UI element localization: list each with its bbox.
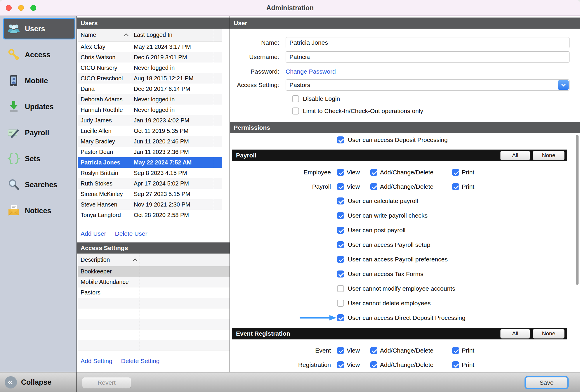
vertical-scrollbar[interactable] [576,135,579,285]
user-row[interactable]: Judy JamesJan 19 2023 4:02 PM [78,115,222,126]
password-label: Password: [230,68,286,75]
user-row[interactable]: Mary BradleyJun 11 2020 2:46 PM [78,136,222,147]
access-setting-empty-row[interactable] [78,340,230,351]
access-setting-empty-row[interactable] [78,329,230,340]
checkbox-user-can-access-tax-forms[interactable] [337,270,344,277]
name-input[interactable] [286,37,569,48]
checkbox-payroll-print[interactable] [452,183,459,190]
user-row[interactable]: Tonya LangfordOct 28 2020 2:58 PM [78,210,222,220]
access-setting-row[interactable]: Bookkeeper [78,266,230,277]
settings-column-description[interactable]: Description [78,254,140,266]
users-column-name[interactable]: Name [78,29,131,41]
sidebar-item-box: Access [3,44,75,65]
permission-option: Add/Change/Delete [370,183,452,190]
user-row[interactable]: Patricia JonesMay 22 2024 7:52 AM [78,157,222,168]
none-button[interactable]: None [533,151,565,160]
checkbox-user-cannot-modify-employee-accounts[interactable] [337,285,344,292]
permission-item-label: User can post payroll [348,227,405,234]
permission-option-label: View [347,347,360,354]
checkbox-employee-print[interactable] [452,169,459,176]
title-bar: Administration [0,0,580,16]
sidebar-item-sets[interactable]: Sets [0,148,77,172]
access-setting-row[interactable]: Mobile Attendance [78,277,230,287]
user-row[interactable]: Deborah AdamsNever logged in [78,94,222,105]
checkbox-event-view[interactable] [337,347,344,354]
access-setting-empty-row[interactable] [78,319,230,329]
access-setting-empty-row[interactable] [78,298,230,308]
access-setting-row[interactable]: Pastors [78,287,230,298]
permission-item-label: User can write payroll checks [348,212,428,219]
user-row[interactable]: Sirena McKinleySep 27 2023 5:15 PM [78,189,222,199]
delete-user-link[interactable]: Delete User [115,230,147,237]
permission-item: User can access Direct Deposit Processin… [230,311,580,325]
checkbox-event-print[interactable] [452,347,459,354]
revert-button[interactable]: Revert [82,377,131,388]
user-row[interactable]: CICO NurseryNever logged in [78,63,222,73]
checkbox-employee-add-change-delete[interactable] [370,169,377,176]
user-last-logged-in: Dec 20 2017 6:14 PM [131,84,213,94]
permission-sections: PayrollAllNoneEmployeeViewAdd/Change/Del… [230,150,580,372]
checkbox-user-can-access-direct-deposit-processing[interactable] [337,314,344,321]
collapse-sidebar-button[interactable]: Collapse [0,372,77,392]
user-row[interactable]: CICO PreschoolAug 18 2015 12:21 PM [78,73,222,84]
user-row-extra [213,73,222,84]
user-row[interactable]: DanaDec 20 2017 6:14 PM [78,84,222,94]
checkbox-registration-print[interactable] [452,361,459,368]
access-setting-empty-row[interactable] [78,308,230,319]
checkbox-user-can-post-payroll[interactable] [337,227,344,234]
username-input[interactable] [286,51,569,63]
dropdown-button[interactable] [558,80,569,90]
permission-option: Print [452,169,580,176]
sidebar-item-payroll[interactable]: Payroll [0,122,77,146]
checkbox-user-can-access-payroll-setup[interactable] [337,241,344,248]
all-button[interactable]: All [500,151,530,160]
sidebar-item-updates[interactable]: Updates [0,96,77,120]
user-row[interactable]: Chris WatsonDec 6 2019 3:01 PM [78,52,222,63]
checkbox-payroll-view[interactable] [337,183,344,190]
permission-item: User can access Deposit Processing [230,136,580,143]
users-icon [7,22,20,35]
checkbox-payroll-add-change-delete[interactable] [370,183,377,190]
checkbox-event-add-change-delete[interactable] [370,347,377,354]
access-setting-dropdown[interactable]: Pastors [286,79,569,91]
change-password-link[interactable]: Change Password [286,68,336,75]
checkbox-user-can-access-payroll-preferences[interactable] [337,256,344,263]
checkbox-user-can-write-payroll-checks[interactable] [337,212,344,219]
permission-option-label: Add/Change/Delete [380,361,433,368]
checkbox-disable-login[interactable] [292,95,299,102]
permission-row-label: Employee [230,169,331,176]
main-content: UsersAccessMobileUpdatesPayrollSetsSearc… [0,16,580,372]
sidebar-item-users[interactable]: Users [0,18,77,42]
sidebar-item-box: Updates [3,96,75,117]
add-setting-link[interactable]: Add Setting [81,358,112,365]
none-button[interactable]: None [533,329,565,339]
user-row[interactable]: Steve HansenNov 19 2021 2:30 PM [78,199,222,210]
user-row[interactable]: Ruth StokesApr 17 2024 5:02 PM [78,178,222,189]
checkbox-user-can-calculate-payroll[interactable] [337,197,344,204]
checkbox-user-cannot-delete-employees[interactable] [337,300,344,307]
save-button[interactable]: Save [526,377,567,388]
checkbox-registration-view[interactable] [337,361,344,368]
sidebar-item-mobile[interactable]: Mobile [0,70,77,94]
checkbox-registration-add-change-delete[interactable] [370,361,377,368]
add-user-link[interactable]: Add User [81,230,106,237]
user-row[interactable]: Hannah RoethleNever logged in [78,105,222,115]
user-row[interactable]: Alex ClayMay 21 2024 3:17 PM [78,41,222,52]
user-row[interactable]: Pastor DeanJan 11 2023 2:36 PM [78,147,222,157]
access-setting-description [78,308,140,319]
all-button[interactable]: All [500,329,530,339]
delete-setting-link[interactable]: Delete Setting [121,358,160,365]
sidebar-item-access[interactable]: Access [0,44,77,68]
checkbox-limit-to-check-in-check-out-operations-only[interactable] [292,107,299,115]
access-setting-extra [140,319,230,329]
permission-item: User cannot delete employees [230,296,580,311]
users-column-last-logged-in[interactable]: Last Logged In [131,29,213,41]
checkbox-employee-view[interactable] [337,169,344,176]
sidebar-item-searches[interactable]: Searches [0,174,77,198]
checkbox-user-can-access-deposit-processing[interactable] [337,136,344,143]
user-row[interactable]: Lucille AllenOct 11 2019 5:35 PM [78,126,222,136]
user-row[interactable]: Roslyn BrittainSep 8 2023 4:15 PM [78,168,222,178]
permission-item-label: User can access Deposit Processing [348,136,448,143]
users-panel-header: Users [77,18,230,29]
sidebar-item-notices[interactable]: Notices [0,200,77,224]
